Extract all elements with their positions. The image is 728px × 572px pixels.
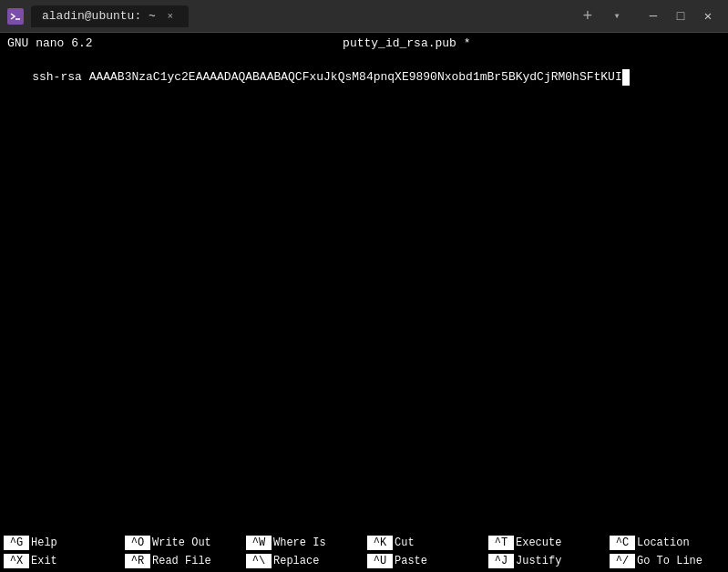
nano-version: GNU nano 6.2 <box>7 36 93 50</box>
editor-content: ssh-rsa AAAAB3NzaC1yc2EAAAADAQABAABAQCFx… <box>32 70 622 84</box>
shortcut-label: Location <box>637 536 690 549</box>
shortcut-key: ^W <box>246 536 272 550</box>
shortcut-item[interactable]: ^XExit <box>0 552 121 570</box>
title-bar-left: aladin@ubuntu: ~ × <box>7 5 189 27</box>
close-button[interactable]: ✕ <box>695 4 721 29</box>
shortcut-label: Where Is <box>273 536 326 549</box>
minimize-button[interactable]: ─ <box>641 4 666 29</box>
shortcut-label: Cut <box>395 536 415 549</box>
shortcut-item[interactable]: ^OWrite Out <box>121 534 242 552</box>
shortcut-key: ^U <box>367 554 393 568</box>
shortcut-item[interactable]: ^GHelp <box>0 534 121 552</box>
tab-title: aladin@ubuntu: ~ <box>42 9 156 23</box>
shortcut-label: Justify <box>516 555 561 567</box>
shortcut-item[interactable]: ^RRead File <box>121 552 242 570</box>
shortcut-label: Read File <box>152 555 211 567</box>
nano-filename: putty_id_rsa.pub * <box>343 36 470 50</box>
window-controls: ─ □ ✕ <box>641 4 721 29</box>
shortcut-key: ^R <box>125 554 150 568</box>
title-bar-actions: + ▾ ─ □ ✕ <box>575 4 721 29</box>
shortcut-key: ^\ <box>246 554 272 568</box>
shortcut-key: ^/ <box>610 554 635 568</box>
shortcut-item[interactable]: ^KCut <box>364 534 485 552</box>
shortcut-label: Replace <box>273 555 319 567</box>
tab-close-button[interactable]: × <box>163 9 178 24</box>
shortcut-item[interactable]: ^UPaste <box>364 552 485 570</box>
shortcut-label: Write Out <box>152 536 211 549</box>
shortcut-row-1: ^GHelp^OWrite Out^WWhere Is^KCut^TExecut… <box>0 534 728 552</box>
shortcut-item[interactable]: ^\Replace <box>242 552 364 570</box>
shortcut-label: Help <box>31 536 57 549</box>
shortcut-item[interactable]: ^JJustify <box>485 552 606 570</box>
shortcut-item[interactable]: ^/Go To Line <box>606 552 727 570</box>
shortcut-key: ^T <box>488 536 514 550</box>
shortcut-item[interactable]: ^TExecute <box>485 534 606 552</box>
shortcut-row-2: ^XExit^RRead File^\Replace^UPaste^JJusti… <box>0 552 728 570</box>
cursor <box>622 69 630 86</box>
tab-dropdown-button[interactable]: ▾ <box>604 4 630 29</box>
shortcut-label: Paste <box>395 555 427 567</box>
shortcut-label: Exit <box>31 555 57 567</box>
shortcut-label: Go To Line <box>637 555 702 567</box>
shortcut-label: Execute <box>516 536 561 549</box>
editor-line-1: ssh-rsa AAAAB3NzaC1yc2EAAAADAQABAABAQCFx… <box>4 53 724 102</box>
shortcut-key: ^X <box>4 554 29 568</box>
maximize-button[interactable]: □ <box>668 4 693 29</box>
terminal-icon <box>7 8 24 25</box>
shortcut-key: ^K <box>367 536 393 550</box>
title-bar: aladin@ubuntu: ~ × + ▾ ─ □ ✕ <box>0 0 728 33</box>
shortcut-item[interactable]: ^CLocation <box>606 534 727 552</box>
shortcut-key: ^O <box>125 536 150 550</box>
editor-area[interactable]: ssh-rsa AAAAB3NzaC1yc2EAAAADAQABAABAQCFx… <box>0 53 728 532</box>
nano-footer: ^GHelp^OWrite Out^WWhere Is^KCut^TExecut… <box>0 532 728 572</box>
shortcut-key: ^J <box>488 554 514 568</box>
shortcut-key: ^G <box>4 536 29 550</box>
nano-header: GNU nano 6.2 putty_id_rsa.pub * <box>0 33 728 53</box>
new-tab-button[interactable]: + <box>575 4 600 29</box>
shortcut-item[interactable]: ^WWhere Is <box>242 534 364 552</box>
shortcut-key: ^C <box>610 536 635 550</box>
terminal-tab[interactable]: aladin@ubuntu: ~ × <box>31 5 189 27</box>
